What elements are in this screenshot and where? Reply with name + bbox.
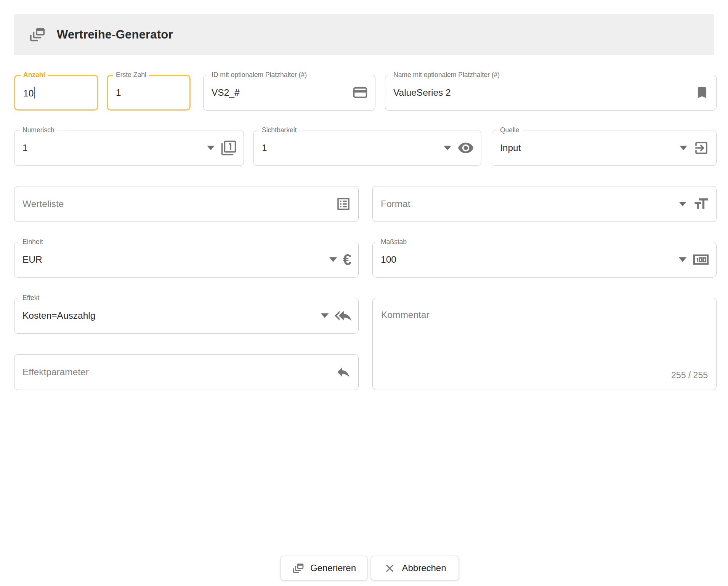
effektparameter-field[interactable]: Effektparameter <box>14 354 359 390</box>
sichtbarkeit-field[interactable]: Sichtbarkeit 1 <box>253 130 481 166</box>
id-value[interactable]: VS2_# <box>212 87 240 98</box>
cancel-button-label: Abbrechen <box>402 563 446 573</box>
list-alt-icon[interactable] <box>335 196 351 212</box>
money-100-icon[interactable] <box>693 251 709 268</box>
einheit-label: Einheit <box>20 237 46 247</box>
name-value[interactable]: ValueSeries 2 <box>393 87 451 98</box>
id-label: ID mit optionalem Platzhalter (#) <box>209 70 309 80</box>
werteliste-field[interactable]: Werteliste <box>14 186 359 222</box>
einheit-field[interactable]: Einheit EUR € <box>14 242 359 278</box>
cancel-button[interactable]: Abbrechen <box>371 556 459 580</box>
eye-icon[interactable] <box>457 140 474 156</box>
format-field[interactable]: Format <box>372 186 717 222</box>
format-label: Format <box>381 199 411 209</box>
chevron-down-icon[interactable] <box>207 146 215 150</box>
stacked-series-icon <box>29 26 46 43</box>
text-fields-icon[interactable] <box>693 196 709 212</box>
euro-icon[interactable]: € <box>343 252 351 267</box>
effekt-value[interactable]: Kosten=Auszahlg <box>22 310 95 321</box>
chevron-down-icon[interactable] <box>321 313 329 318</box>
name-field[interactable]: Name mit optionalem Platzhalter (#) Valu… <box>385 75 717 111</box>
exit-to-app-icon[interactable] <box>693 140 709 156</box>
quelle-field[interactable]: Quelle Input <box>492 130 717 166</box>
kommentar-label: Kommentar <box>381 310 430 320</box>
name-label: Name mit optionalem Platzhalter (#) <box>391 70 502 80</box>
bookmark-icon[interactable] <box>695 85 709 100</box>
chevron-down-icon[interactable] <box>679 257 686 262</box>
stacked-series-icon <box>292 562 305 575</box>
numerisch-value[interactable]: 1 <box>22 143 28 153</box>
close-icon <box>383 562 396 575</box>
chevron-down-icon[interactable] <box>444 146 451 150</box>
credit-card-icon[interactable] <box>352 85 368 101</box>
id-field[interactable]: ID mit optionalem Platzhalter (#) VS2_# <box>203 75 375 111</box>
generate-button-label: Generieren <box>310 563 356 573</box>
anzahl-field[interactable]: Anzahl 10 <box>14 75 98 111</box>
werteliste-label: Werteliste <box>22 199 64 209</box>
effektparameter-label: Effektparameter <box>22 367 89 377</box>
wertreihe-generator-dialog: Wertreihe-Generator Anzahl 10 Erste Zahl… <box>0 0 728 586</box>
effekt-field[interactable]: Effekt Kosten=Auszahlg <box>14 298 359 334</box>
massstab-value[interactable]: 100 <box>381 254 396 265</box>
erste-zahl-field[interactable]: Erste Zahl 1 <box>107 75 191 111</box>
kommentar-char-counter: 255 / 255 <box>671 370 708 380</box>
chevron-down-icon[interactable] <box>679 202 686 206</box>
reply-all-icon[interactable] <box>335 307 351 324</box>
quelle-value[interactable]: Input <box>500 143 521 153</box>
reply-icon[interactable] <box>335 364 351 380</box>
kommentar-field[interactable]: Kommentar 255 / 255 <box>372 298 717 390</box>
dialog-header: Wertreihe-Generator <box>14 14 714 55</box>
filter-1-icon[interactable] <box>221 140 237 156</box>
erste-zahl-value[interactable]: 1 <box>116 87 121 98</box>
anzahl-value[interactable]: 10 <box>23 87 35 99</box>
chevron-down-icon[interactable] <box>680 146 687 150</box>
numerisch-label: Numerisch <box>20 125 57 135</box>
numerisch-field[interactable]: Numerisch 1 <box>14 130 244 166</box>
massstab-label: Maßstab <box>378 237 409 247</box>
einheit-value[interactable]: EUR <box>22 254 42 265</box>
chevron-down-icon[interactable] <box>329 257 337 262</box>
sichtbarkeit-value[interactable]: 1 <box>262 143 267 153</box>
massstab-field[interactable]: Maßstab 100 <box>372 242 717 278</box>
erste-zahl-label: Erste Zahl <box>113 70 149 80</box>
quelle-label: Quelle <box>497 125 522 135</box>
dialog-title: Wertreihe-Generator <box>57 28 173 42</box>
text-cursor <box>34 87 35 99</box>
anzahl-label: Anzahl <box>21 70 48 80</box>
generate-button[interactable]: Generieren <box>281 556 367 580</box>
sichtbarkeit-label: Sichtbarkeit <box>259 125 299 135</box>
effekt-label: Effekt <box>20 293 42 303</box>
